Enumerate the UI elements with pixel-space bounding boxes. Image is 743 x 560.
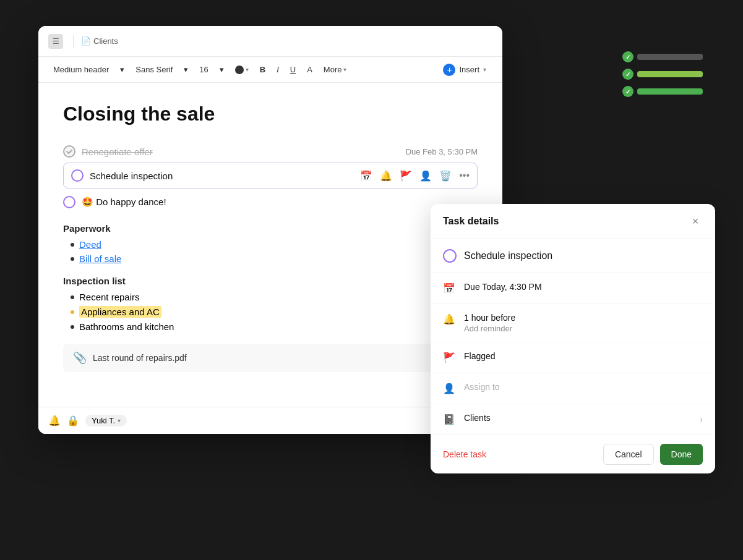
- circle-check-3: [622, 86, 633, 97]
- circle-bar-3: [637, 88, 703, 95]
- circle-row-3: [622, 86, 703, 97]
- add-reminder-link[interactable]: Add reminder: [464, 324, 703, 333]
- panel-assign-row: 👤 Assign to: [431, 373, 715, 404]
- header-caret: ▾: [115, 62, 129, 77]
- done-btn[interactable]: Done: [660, 444, 703, 465]
- breadcrumb: 📄 Clients: [81, 36, 118, 46]
- flag-content: Flagged: [464, 351, 703, 361]
- panel-title: Task details: [443, 216, 499, 227]
- bullet-repairs: Recent repairs: [63, 290, 478, 304]
- user-chip[interactable]: Yuki T. ▾: [85, 415, 127, 426]
- bell-action-icon[interactable]: 🔔: [380, 170, 392, 182]
- attachment-row[interactable]: 📎 Last round of repairs.pdf: [63, 344, 478, 372]
- circle-bar-1: [637, 54, 703, 60]
- circle-row-2: [622, 69, 703, 80]
- reminder-label: 1 hour before: [464, 313, 703, 323]
- panel-close-btn[interactable]: ×: [688, 214, 703, 229]
- font-caret: ▾: [179, 62, 193, 77]
- flag-action-icon[interactable]: 🚩: [400, 170, 412, 182]
- insert-label: Insert: [459, 65, 479, 74]
- more-label: More: [324, 65, 342, 74]
- section-paperwork: Paperwork: [63, 223, 478, 234]
- bullet-bathrooms-text: Bathrooms and kitchen: [79, 321, 174, 332]
- bullet-dot-repairs: [71, 295, 74, 299]
- flag-label: Flagged: [464, 351, 703, 361]
- due-content: Due Today, 4:30 PM: [464, 282, 703, 292]
- delete-action-icon[interactable]: 🗑️: [439, 170, 452, 182]
- circle-check-1: [622, 51, 633, 62]
- more-action-icon[interactable]: •••: [459, 170, 470, 181]
- bold-btn[interactable]: B: [255, 62, 270, 77]
- bullet-repairs-text: Recent repairs: [79, 292, 140, 302]
- more-caret: ▾: [343, 66, 346, 73]
- checkmark-icon: [66, 148, 73, 155]
- link-bill[interactable]: Bill of sale: [79, 253, 121, 264]
- pdf-icon: 📎: [73, 351, 87, 365]
- more-btn[interactable]: More ▾: [319, 62, 352, 77]
- formatting-bar: Medium header ▾ Sans Serif ▾ 16 ▾ ▾ B I …: [38, 57, 502, 83]
- flag-icon: 🚩: [443, 352, 455, 364]
- attachment-name: Last round of repairs.pdf: [93, 353, 187, 363]
- panel-task-checkbox[interactable]: [443, 249, 457, 263]
- notebook-label: Clients: [464, 413, 691, 423]
- due-label: Due Today, 4:30 PM: [464, 282, 703, 292]
- bullet-appliances-text: Appliances and AC: [79, 306, 161, 318]
- size-btn[interactable]: 16: [194, 62, 213, 77]
- app-logo: ☰: [48, 34, 63, 49]
- assign-content: Assign to: [464, 382, 703, 392]
- circle-bar-2: [637, 71, 703, 77]
- section-inspection: Inspection list: [63, 276, 478, 286]
- insert-plus-icon: +: [443, 64, 455, 76]
- illustration-circle: [607, 19, 718, 130]
- delete-task-btn[interactable]: Delete task: [443, 449, 486, 459]
- active-task-row[interactable]: Schedule inspection 📅 🔔 🚩 👤 🗑️ •••: [63, 163, 478, 189]
- bell-bottom-icon[interactable]: 🔔: [48, 415, 61, 426]
- task-panel: Task details × Schedule inspection 📅 Due…: [431, 204, 715, 473]
- calendar-icon: 📅: [443, 282, 455, 295]
- circle-check-2: [622, 69, 633, 80]
- panel-task-name-row: Schedule inspection: [431, 239, 715, 273]
- underline-btn[interactable]: U: [285, 62, 301, 77]
- color-btn[interactable]: ▾: [230, 63, 254, 77]
- dance-task-text: 🤩 Do happy dance!: [82, 197, 478, 208]
- completed-task-row: Renegotiate offer Due Feb 3, 5:30 PM: [63, 140, 478, 163]
- italic-btn[interactable]: I: [272, 62, 284, 77]
- notebook-content: Clients: [464, 413, 691, 423]
- font-color-btn[interactable]: A: [302, 62, 317, 77]
- font-btn[interactable]: Sans Serif: [131, 62, 178, 77]
- reminder-content: 1 hour before Add reminder: [464, 313, 703, 333]
- cancel-btn[interactable]: Cancel: [603, 444, 654, 465]
- notebook-icon: 📓: [443, 414, 455, 426]
- doc-icon: 📄: [81, 36, 91, 46]
- task-actions: 📅 🔔 🚩 👤 🗑️ •••: [360, 170, 470, 182]
- person-icon: 👤: [443, 383, 455, 395]
- panel-due-row: 📅 Due Today, 4:30 PM: [431, 273, 715, 304]
- size-caret: ▾: [215, 62, 229, 77]
- user-name: Yuki T.: [92, 416, 115, 425]
- bullet-dot-bathrooms: [71, 325, 74, 329]
- doc-title: Closing the sale: [63, 103, 478, 125]
- logo-icon: ☰: [53, 37, 59, 46]
- lock-bottom-icon[interactable]: 🔒: [67, 415, 79, 426]
- assign-action-icon[interactable]: 👤: [419, 170, 432, 182]
- active-task-text: Schedule inspection: [90, 171, 354, 181]
- panel-header: Task details ×: [431, 204, 715, 239]
- assign-label: Assign to: [464, 382, 703, 392]
- header-style-btn[interactable]: Medium header: [48, 62, 114, 77]
- dance-task-row[interactable]: 🤩 Do happy dance!: [63, 191, 478, 213]
- bullet-appliances: Appliances and AC: [63, 304, 478, 320]
- active-checkbox[interactable]: [71, 169, 84, 182]
- insert-btn[interactable]: + Insert ▾: [437, 61, 492, 78]
- user-caret: ▾: [118, 417, 121, 424]
- panel-notebook-row[interactable]: 📓 Clients ›: [431, 404, 715, 435]
- dance-checkbox[interactable]: [63, 196, 75, 208]
- calendar-action-icon[interactable]: 📅: [360, 170, 372, 182]
- completed-task-due: Due Feb 3, 5:30 PM: [406, 147, 478, 156]
- panel-footer: Delete task Cancel Done: [431, 435, 715, 473]
- bell-icon: 🔔: [443, 313, 455, 326]
- panel-flag-row: 🚩 Flagged: [431, 342, 715, 373]
- top-toolbar: ☰ 📄 Clients: [38, 26, 502, 57]
- bullet-dot-deed: [71, 243, 74, 247]
- link-deed[interactable]: Deed: [79, 239, 101, 250]
- completed-checkbox[interactable]: [63, 145, 75, 158]
